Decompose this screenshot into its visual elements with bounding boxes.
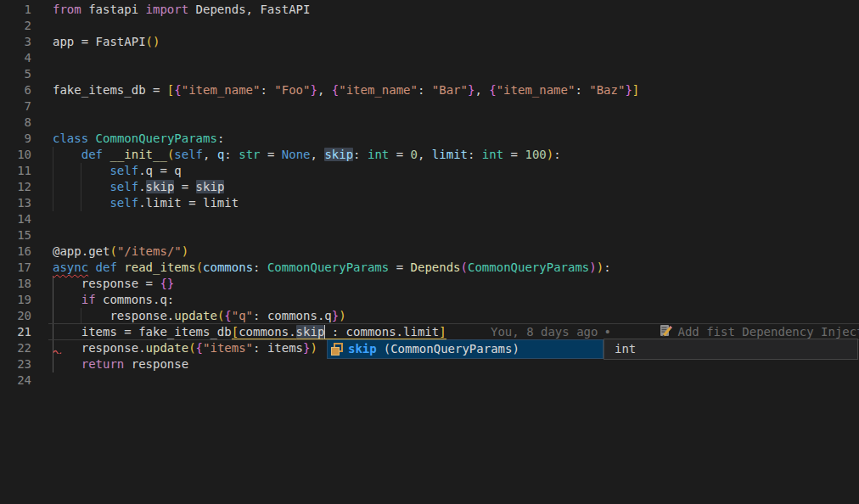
- code-token: [53, 164, 109, 177]
- code-token: skip: [324, 148, 353, 161]
- code-line[interactable]: @app.get("/items/"): [53, 244, 639, 260]
- code-token: {: [174, 83, 181, 97]
- code-token: .: [138, 180, 145, 193]
- line-number[interactable]: 11: [0, 163, 31, 179]
- line-number[interactable]: 5: [0, 66, 31, 82]
- code-token: [: [232, 325, 239, 339]
- line-number[interactable]: 21: [0, 324, 31, 340]
- code-token: [53, 357, 81, 371]
- line-number[interactable]: 18: [0, 276, 31, 292]
- code-token: @app.get: [53, 244, 109, 258]
- line-number[interactable]: 13: [0, 195, 31, 211]
- code-token: {: [224, 309, 231, 322]
- code-line[interactable]: from fastapi import Depends, FastAPI: [53, 2, 639, 18]
- code-line[interactable]: [53, 211, 639, 227]
- code-line[interactable]: [53, 227, 639, 244]
- code-token: self: [109, 196, 138, 210]
- code-token: 100: [525, 148, 546, 161]
- code-token: app = FastAPI: [53, 35, 146, 48]
- code-token: "q": [232, 309, 253, 322]
- code-line[interactable]: [53, 115, 639, 131]
- line-number[interactable]: 7: [0, 98, 31, 115]
- code-token: "/items/": [117, 244, 182, 258]
- code-token: CommonQueryParams: [468, 260, 589, 274]
- code-line[interactable]: self.skip = skip: [53, 179, 639, 195]
- line-number[interactable]: 22: [0, 340, 31, 356]
- code-line[interactable]: app = FastAPI(): [53, 34, 639, 50]
- line-number[interactable]: 23: [0, 356, 31, 372]
- code-line[interactable]: def __init__(self, q: str = None, skip: …: [53, 147, 639, 163]
- code-line[interactable]: [53, 98, 639, 115]
- code-token: skip: [146, 180, 175, 193]
- code-token: }: [332, 309, 339, 322]
- code-line[interactable]: response = {}: [53, 276, 639, 292]
- code-token: }: [310, 83, 317, 97]
- code-token: "item_name": [182, 83, 261, 97]
- code-token: async: [53, 260, 88, 274]
- code-line[interactable]: async def read_items(commons: CommonQuer…: [53, 260, 639, 276]
- line-number[interactable]: 2: [0, 18, 31, 34]
- code-token: .limit = limit: [138, 196, 239, 210]
- code-token: self: [109, 180, 138, 193]
- line-number[interactable]: 8: [0, 115, 31, 131]
- line-number[interactable]: 6: [0, 82, 31, 98]
- suggestion-label: skip: [348, 341, 377, 357]
- code-line[interactable]: self.q = q: [53, 163, 639, 179]
- code-token: skip: [196, 180, 225, 193]
- line-number[interactable]: 15: [0, 227, 31, 244]
- code-token: skip: [296, 325, 325, 339]
- code-token: [88, 260, 95, 274]
- code-token: [88, 132, 95, 145]
- code-editor[interactable]: 123456789101112131415161718192021222324 …: [0, 0, 859, 504]
- code-token: =: [174, 180, 195, 193]
- code-line[interactable]: items = fake_items_db[commons.skip : com…: [53, 324, 639, 340]
- code-lines: from fastapi import Depends, FastAPIapp …: [53, 2, 639, 389]
- suggest-widget: skip (CommonQueryParams) int: [327, 339, 858, 360]
- suggestion-doc-panel: int: [604, 339, 858, 360]
- code-token: from: [53, 3, 81, 16]
- code-token: items = fake_items_db: [53, 325, 232, 339]
- line-number[interactable]: 17: [0, 260, 31, 276]
- code-line[interactable]: [53, 18, 639, 34]
- line-number[interactable]: 4: [0, 50, 31, 66]
- line-number[interactable]: 1: [0, 2, 31, 18]
- code-token: [53, 293, 81, 306]
- line-number[interactable]: 14: [0, 211, 31, 227]
- code-token: return: [81, 357, 125, 371]
- code-token: 0: [411, 148, 418, 161]
- code-line[interactable]: response.update({"q": commons.q}): [53, 308, 639, 324]
- code-token: :: [224, 148, 239, 161]
- suggestion-item-skip[interactable]: skip (CommonQueryParams): [327, 339, 604, 359]
- code-token: "item_name": [339, 83, 418, 97]
- code-token: ): [547, 148, 553, 161]
- code-line[interactable]: [53, 50, 639, 66]
- line-number[interactable]: 19: [0, 292, 31, 308]
- line-number[interactable]: 20: [0, 308, 31, 324]
- code-token: def: [96, 260, 117, 274]
- code-line[interactable]: fake_items_db = [{"item_name": "Foo"}, {…: [53, 82, 639, 98]
- code-line[interactable]: self.limit = limit: [53, 195, 639, 211]
- code-token: : commons.limit: [324, 325, 439, 339]
- line-number[interactable]: 10: [0, 147, 31, 163]
- line-number[interactable]: 9: [0, 131, 31, 147]
- line-number[interactable]: 24: [0, 372, 31, 389]
- code-token: self: [174, 148, 203, 161]
- code-token: ): [589, 260, 596, 274]
- code-token: :: [604, 260, 610, 274]
- code-token: Depends, FastAPI: [188, 3, 310, 16]
- code-line[interactable]: class CommonQueryParams:: [53, 131, 639, 147]
- code-token: __init__: [109, 148, 166, 161]
- code-token: ): [182, 244, 188, 258]
- code-line[interactable]: [53, 372, 639, 389]
- code-line[interactable]: [53, 66, 639, 82]
- code-token: :: [575, 83, 589, 97]
- code-token: "items": [203, 341, 253, 355]
- line-number[interactable]: 16: [0, 244, 31, 260]
- line-number[interactable]: 12: [0, 179, 31, 195]
- code-token: [53, 148, 81, 161]
- code-token: :: [217, 132, 224, 145]
- line-number[interactable]: 3: [0, 34, 31, 50]
- code-token: (: [196, 260, 203, 274]
- code-line[interactable]: if commons.q:: [53, 292, 639, 308]
- code-token: if: [81, 293, 96, 306]
